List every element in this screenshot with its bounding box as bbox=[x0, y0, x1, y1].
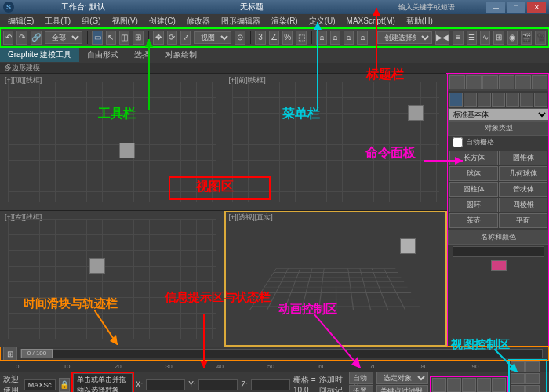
cameras-icon[interactable] bbox=[492, 93, 505, 107]
rotate-icon[interactable]: ⟳ bbox=[167, 31, 177, 45]
menu-tools[interactable]: 工具(T) bbox=[40, 16, 75, 27]
zoom-extents-all-icon[interactable] bbox=[525, 373, 540, 384]
x-coord[interactable] bbox=[146, 379, 185, 390]
addtime-label[interactable]: 添加时间标记 bbox=[319, 374, 346, 393]
render-setup-icon[interactable]: 🎬 bbox=[521, 31, 532, 45]
scale-icon[interactable]: ⤢ bbox=[180, 31, 191, 45]
render-icon[interactable]: 🎥 bbox=[535, 31, 546, 45]
display-tab-icon[interactable] bbox=[515, 75, 531, 89]
named-selset[interactable]: 创建选择集 bbox=[377, 31, 432, 44]
link-icon[interactable]: 🔗 bbox=[31, 31, 42, 45]
z-coord[interactable] bbox=[251, 379, 290, 390]
menu-group[interactable]: 组(G) bbox=[77, 16, 105, 27]
magnet4-icon[interactable]: ⩍ bbox=[357, 31, 367, 45]
schematic-icon[interactable]: ⊞ bbox=[493, 31, 504, 45]
select-rect-icon[interactable]: ◫ bbox=[119, 31, 129, 45]
menu-view[interactable]: 视图(V) bbox=[107, 16, 143, 27]
layers-icon[interactable]: ☰ bbox=[467, 31, 477, 45]
angle-snap-icon[interactable]: ∠ bbox=[269, 31, 279, 45]
menu-create[interactable]: 创建(C) bbox=[144, 16, 180, 27]
systems-icon[interactable] bbox=[534, 93, 547, 107]
ribbon-tab-objpaint[interactable]: 对象绘制 bbox=[158, 48, 205, 62]
refcoord-select[interactable]: 视图 bbox=[194, 31, 231, 44]
play-icon[interactable] bbox=[462, 378, 476, 392]
magnet3-icon[interactable]: ⩍ bbox=[344, 31, 354, 45]
ribbon-tab-graphite[interactable]: Graphite 建模工具 bbox=[0, 48, 79, 62]
time-slider[interactable]: ⊞ 0 / 100 bbox=[0, 347, 549, 361]
obj-plane[interactable]: 平面 bbox=[499, 213, 547, 228]
create-tab-icon[interactable] bbox=[449, 75, 465, 89]
ribbon-tab-freeform[interactable]: 自由形式 bbox=[79, 48, 126, 62]
curve-editor-icon[interactable]: ∿ bbox=[480, 31, 490, 45]
spacewarps-icon[interactable] bbox=[520, 93, 533, 107]
select-icon[interactable]: ▭ bbox=[92, 31, 102, 45]
selection-lock-icon[interactable]: 🔒 bbox=[59, 378, 70, 392]
polymodel-bar[interactable]: 多边形建模 bbox=[0, 63, 549, 74]
prev-frame-icon[interactable] bbox=[447, 378, 461, 392]
maximize-button[interactable]: □ bbox=[507, 2, 525, 13]
snap-icon[interactable]: 3 bbox=[255, 31, 265, 45]
menu-grapheditors[interactable]: 图形编辑器 bbox=[216, 16, 265, 27]
menu-help[interactable]: 帮助(H) bbox=[402, 16, 438, 27]
layer-select[interactable]: 全部 bbox=[45, 31, 82, 44]
x-label: X: bbox=[136, 380, 143, 389]
obj-cylinder[interactable]: 圆柱体 bbox=[449, 182, 498, 197]
motion-tab-icon[interactable] bbox=[499, 75, 514, 89]
align-icon[interactable]: ≡ bbox=[453, 31, 463, 45]
undo-icon[interactable]: ↶ bbox=[3, 31, 13, 45]
lights-icon[interactable] bbox=[478, 93, 491, 107]
percent-snap-icon[interactable]: % bbox=[282, 31, 293, 45]
timeconfig-icon[interactable]: ⊞ bbox=[3, 347, 17, 361]
workspace-label[interactable]: 工作台: 默认 bbox=[61, 2, 105, 13]
script-listener[interactable]: MAXSc bbox=[24, 379, 56, 390]
setkey-button[interactable]: 设置关键点 bbox=[349, 385, 373, 392]
goto-start-icon[interactable] bbox=[432, 378, 446, 392]
obj-tube[interactable]: 管状体 bbox=[499, 182, 547, 197]
autogrid-checkbox[interactable] bbox=[453, 137, 463, 147]
y-coord[interactable] bbox=[198, 379, 238, 390]
obj-torus[interactable]: 圆环 bbox=[449, 198, 498, 212]
redo-icon[interactable]: ↷ bbox=[16, 31, 27, 45]
close-button[interactable]: ✕ bbox=[527, 2, 546, 13]
spinner-snap-icon[interactable]: ⬚ bbox=[296, 31, 306, 45]
menu-edit[interactable]: 编辑(E) bbox=[3, 16, 38, 27]
object-color-swatch[interactable] bbox=[491, 260, 507, 271]
svg-marker-5 bbox=[314, 22, 322, 30]
autokey-button[interactable]: 自动关键点 bbox=[349, 372, 373, 384]
utilities-tab-icon[interactable] bbox=[532, 75, 547, 89]
geometry-icon[interactable] bbox=[449, 93, 463, 107]
track-bar[interactable]: 010 2030 4050 6070 8090 100 bbox=[0, 361, 549, 372]
obj-teapot[interactable]: 茶壶 bbox=[449, 213, 498, 228]
rollout-namecolor[interactable]: 名称和颜色 bbox=[448, 230, 549, 245]
vp-label-persp[interactable]: [+][透视][真实] bbox=[229, 212, 273, 223]
menu-render[interactable]: 渲染(R) bbox=[267, 16, 303, 27]
modify-tab-icon[interactable] bbox=[466, 75, 482, 89]
time-slider-knob[interactable]: 0 / 100 bbox=[21, 349, 53, 358]
rollout-objtype[interactable]: 对象类型 bbox=[448, 121, 549, 136]
zoom-extents-icon[interactable] bbox=[511, 373, 525, 384]
category-dropdown[interactable]: 标准基本体 bbox=[448, 108, 549, 121]
zoom-all-icon[interactable] bbox=[525, 361, 540, 372]
object-name-input[interactable] bbox=[453, 246, 544, 257]
helpers-icon[interactable] bbox=[506, 93, 519, 107]
search-hint[interactable]: 输入关键字或短语 bbox=[398, 2, 455, 13]
hierarchy-tab-icon[interactable] bbox=[482, 75, 498, 89]
fov-icon[interactable] bbox=[511, 385, 525, 392]
menu-modifiers[interactable]: 修改器 bbox=[182, 16, 215, 27]
mirror-icon[interactable]: ▶◀ bbox=[435, 31, 449, 45]
shapes-icon[interactable] bbox=[464, 93, 477, 107]
minimize-button[interactable]: — bbox=[486, 2, 505, 13]
obj-geosphere[interactable]: 几何球体 bbox=[499, 166, 547, 181]
time-slider-track[interactable]: 0 / 100 bbox=[20, 349, 543, 358]
pivot-icon[interactable]: ⊙ bbox=[235, 31, 245, 45]
obj-pyramid[interactable]: 四棱锥 bbox=[499, 198, 547, 212]
cursor-icon[interactable]: ↖ bbox=[106, 31, 116, 45]
keyfilter-button[interactable]: 关键点过滤器 bbox=[376, 385, 428, 392]
next-frame-icon[interactable] bbox=[477, 378, 491, 392]
pan-icon[interactable] bbox=[525, 385, 540, 392]
magnet2-icon[interactable]: ⩍ bbox=[330, 31, 340, 45]
obj-cone[interactable]: 圆锥体 bbox=[499, 151, 547, 165]
goto-end-icon[interactable] bbox=[492, 378, 506, 392]
keyobj-select[interactable]: 选定对象 bbox=[376, 372, 428, 384]
material-icon[interactable]: ◉ bbox=[507, 31, 518, 45]
